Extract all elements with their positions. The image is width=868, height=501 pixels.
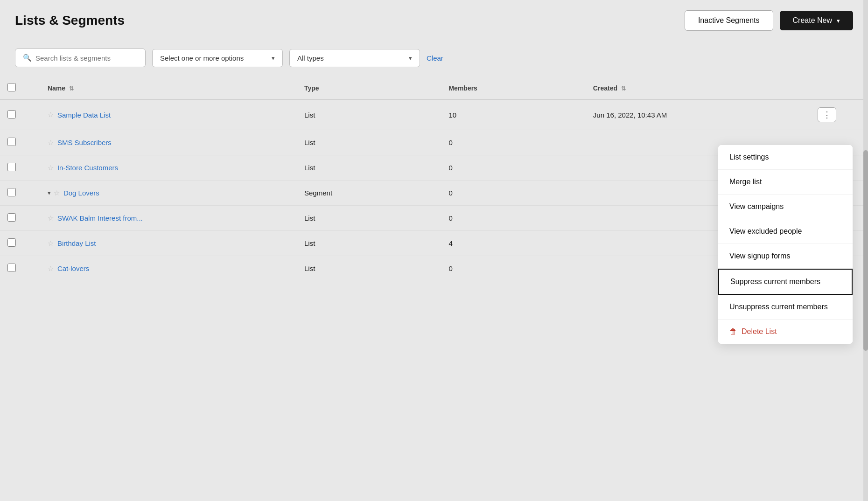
row-members-cell: 0 — [441, 181, 585, 206]
name-sort-icon[interactable]: ⇅ — [69, 85, 74, 92]
context-menu-item-label: List settings — [729, 153, 769, 161]
row-checkbox-cell — [0, 100, 40, 130]
star-icon[interactable]: ☆ — [54, 189, 60, 197]
row-checkbox-cell — [0, 206, 40, 231]
row-name-link[interactable]: Cat-lovers — [57, 264, 89, 272]
row-checkbox-cell — [0, 256, 40, 281]
row-name-cell: ☆Birthday List — [40, 231, 297, 256]
context-menu-item-label: View signup forms — [729, 252, 790, 260]
context-menu-item-view-campaigns[interactable]: View campaigns — [718, 195, 853, 219]
context-menu-item-list-settings[interactable]: List settings — [718, 145, 853, 170]
filters-bar: 🔍 Select one or more options ▾ All types… — [0, 41, 868, 77]
row-members-cell: 4 — [441, 231, 585, 256]
create-new-label: Create New — [793, 16, 832, 25]
multi-select-chevron-icon: ▾ — [272, 55, 275, 62]
star-icon[interactable]: ☆ — [48, 164, 54, 172]
type-dropdown-chevron-icon: ▾ — [409, 55, 412, 62]
scrollbar-thumb[interactable] — [863, 150, 868, 281]
context-menu-item-merge-list[interactable]: Merge list — [718, 170, 853, 195]
context-menu-item-label: Merge list — [729, 178, 762, 186]
star-icon[interactable]: ☆ — [48, 264, 54, 273]
row-created-cell: Jun 16, 2022, 10:43 AM — [586, 100, 810, 130]
context-menu-item-suppress-members[interactable]: Suppress current members — [718, 269, 853, 281]
row-checkbox-cell — [0, 181, 40, 206]
row-type-cell: List — [297, 206, 441, 231]
row-type-cell: List — [297, 100, 441, 130]
inactive-segments-button[interactable]: Inactive Segments — [685, 10, 773, 31]
table-row: ☆Sample Data ListList10Jun 16, 2022, 10:… — [0, 100, 868, 130]
search-input[interactable] — [35, 54, 129, 62]
row-type-cell: Segment — [297, 181, 441, 206]
page-header: Lists & Segments Inactive Segments Creat… — [0, 0, 868, 41]
row-name-link[interactable]: SWAK Balm Interest from... — [57, 214, 143, 222]
header-actions: Inactive Segments Create New ▾ — [685, 10, 853, 31]
context-menu-item-label: View campaigns — [729, 202, 784, 210]
row-checkbox[interactable] — [7, 213, 16, 222]
star-icon[interactable]: ☆ — [48, 239, 54, 248]
row-actions-cell: ⋮ — [810, 100, 868, 130]
create-new-chevron-icon: ▾ — [837, 17, 840, 24]
col-header-created: Created ⇅ — [586, 77, 810, 100]
row-members-cell: 0 — [441, 155, 585, 181]
row-checkbox-cell — [0, 130, 40, 155]
row-name-link[interactable]: SMS Subscribers — [57, 139, 112, 146]
row-checkbox-cell — [0, 155, 40, 181]
star-icon[interactable]: ☆ — [48, 214, 54, 223]
row-name-cell: ☆In-Store Customers — [40, 155, 297, 181]
scrollbar-track[interactable] — [863, 0, 868, 281]
context-menu-item-label: View excluded people — [729, 227, 802, 235]
row-type-cell: List — [297, 130, 441, 155]
row-checkbox[interactable] — [7, 163, 16, 171]
row-checkbox[interactable] — [7, 264, 16, 272]
row-checkbox[interactable] — [7, 188, 16, 196]
clear-button[interactable]: Clear — [427, 54, 443, 62]
row-name-cell: ▾☆Dog Lovers — [40, 181, 297, 206]
col-header-type: Type — [297, 77, 441, 100]
row-members-cell: 0 — [441, 130, 585, 155]
select-all-checkbox[interactable] — [7, 83, 16, 91]
three-dot-menu-button[interactable]: ⋮ — [818, 107, 836, 122]
col-header-name: Name ⇅ — [40, 77, 297, 100]
type-dropdown[interactable]: All types ▾ — [289, 49, 420, 67]
search-box: 🔍 — [15, 49, 146, 67]
row-type-cell: List — [297, 231, 441, 256]
row-members-cell: 0 — [441, 256, 585, 281]
row-name-cell: ☆SMS Subscribers — [40, 130, 297, 155]
row-name-link[interactable]: In-Store Customers — [57, 164, 118, 172]
create-new-button[interactable]: Create New ▾ — [780, 11, 853, 30]
row-name-cell: ☆SWAK Balm Interest from... — [40, 206, 297, 231]
context-menu-item-label: Suppress current members — [730, 278, 820, 281]
context-menu: List settingsMerge listView campaignsVie… — [718, 145, 853, 281]
col-header-check — [0, 77, 40, 100]
row-members-cell: 10 — [441, 100, 585, 130]
col-header-actions — [810, 77, 868, 100]
row-checkbox[interactable] — [7, 238, 16, 247]
row-name-link[interactable]: Dog Lovers — [63, 189, 99, 197]
context-menu-item-view-excluded[interactable]: View excluded people — [718, 219, 853, 244]
page-title: Lists & Segments — [15, 13, 125, 28]
row-checkbox[interactable] — [7, 110, 16, 118]
row-members-cell: 0 — [441, 206, 585, 231]
star-icon[interactable]: ☆ — [48, 139, 54, 147]
context-menu-item-view-signup[interactable]: View signup forms — [718, 244, 853, 269]
col-header-members: Members — [441, 77, 585, 100]
multi-select-label: Select one or more options — [160, 54, 244, 62]
row-type-cell: List — [297, 256, 441, 281]
multi-select-dropdown[interactable]: Select one or more options ▾ — [152, 49, 283, 67]
expand-chevron-icon[interactable]: ▾ — [48, 189, 51, 196]
row-type-cell: List — [297, 155, 441, 181]
search-icon: 🔍 — [23, 54, 32, 62]
row-checkbox-cell — [0, 231, 40, 256]
row-name-cell: ☆Cat-lovers — [40, 256, 297, 281]
type-dropdown-label: All types — [297, 54, 324, 62]
row-name-link[interactable]: Birthday List — [57, 239, 96, 247]
row-name-cell: ☆Sample Data List — [40, 100, 297, 130]
star-icon[interactable]: ☆ — [48, 111, 54, 119]
row-name-link[interactable]: Sample Data List — [57, 111, 111, 119]
created-sort-icon[interactable]: ⇅ — [621, 85, 626, 92]
row-checkbox[interactable] — [7, 138, 16, 146]
table-header: Name ⇅ Type Members Created ⇅ — [0, 77, 868, 100]
